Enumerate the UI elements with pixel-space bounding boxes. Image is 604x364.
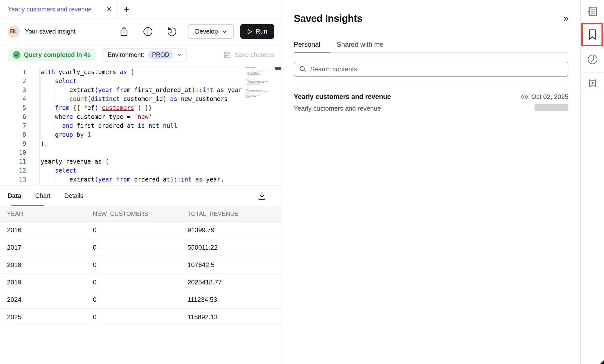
minimap-line: order by 1 (245, 97, 250, 98)
code-line[interactable]: extract(year from first_ordered_at)::int… (40, 86, 243, 94)
tab-yearly-customers[interactable]: Yearly customers and revenue ✕ (0, 0, 118, 19)
insights-tab-personal[interactable]: Personal (294, 41, 320, 52)
history-button[interactable] (166, 26, 178, 37)
insight-label: Your saved insight (25, 28, 75, 35)
code-lines[interactable]: with yearly_customers as ( select extrac… (40, 68, 243, 184)
line-number: 11 (0, 157, 26, 166)
saved-insights-panel: Saved Insights » PersonalShared with me … (282, 0, 580, 364)
active-tab-underline (11, 205, 44, 206)
toolbar-icon-group (118, 26, 178, 37)
table-cell: 2024 (0, 296, 93, 304)
minimap[interactable]: with yearly_customers as ( select extrac… (245, 67, 282, 185)
table-row[interactable]: 20180107642.5 (0, 256, 282, 274)
code-line[interactable]: and first_ordered_at is not null (40, 121, 243, 130)
line-number: 1 (0, 68, 26, 77)
environment-label: Environment: (108, 51, 144, 58)
bookmark-icon (588, 29, 597, 40)
editor-scrollbar-thumb[interactable] (275, 67, 281, 70)
save-changes-label: Save changes (235, 51, 274, 58)
table-row[interactable]: 20240111234.53 (0, 291, 282, 309)
clock-icon (587, 54, 598, 65)
insight-title: Yearly customers and revenue (294, 93, 391, 101)
right-icon-rail (580, 0, 604, 364)
table-row[interactable]: 2016091399.79 (0, 222, 282, 239)
line-number: 8 (0, 130, 26, 139)
share-button[interactable] (118, 26, 130, 37)
table-cell: 107642.5 (187, 261, 282, 269)
insight-list-item[interactable]: Yearly customers and revenue Yearly cust… (294, 93, 568, 112)
save-icon (223, 51, 231, 59)
line-number: 7 (0, 121, 26, 130)
code-line[interactable]: group by 1 (40, 130, 243, 139)
table-row[interactable]: 20170550011.22 (0, 239, 282, 256)
table-cell: 0 (93, 226, 187, 234)
code-line[interactable]: select (40, 77, 243, 86)
notebook-panel-button[interactable] (581, 6, 604, 17)
code-line[interactable]: yearly_revenue as ( (40, 157, 243, 166)
rail-divider (581, 22, 604, 22)
table-cell: 111234.53 (187, 296, 282, 304)
query-status-text: Query completed in 4s (24, 51, 91, 58)
search-box[interactable] (294, 62, 568, 77)
code-line[interactable]: from {{ ref('customers') }} (40, 103, 243, 112)
results-panel: DataChartDetails YEARNEW_CUSTOMERSTOTAL_… (0, 185, 282, 326)
collapse-panel-icon[interactable]: » (563, 14, 568, 23)
list-divider (294, 86, 568, 86)
download-button[interactable] (256, 190, 267, 201)
insight-subtitle: Yearly customers and revenue (294, 105, 391, 112)
environment-value-badge: PROD (148, 50, 173, 59)
results-tab-details[interactable]: Details (64, 192, 83, 199)
table-cell: 0 (93, 278, 187, 286)
table-body: 2016091399.7920170550011.2220180107642.5… (0, 222, 282, 326)
results-tab-chart[interactable]: Chart (35, 192, 50, 199)
code-line[interactable]: count(distinct customer_id) as new_custo… (40, 94, 243, 103)
code-line[interactable]: ), (40, 139, 243, 148)
history-rail-button[interactable] (581, 54, 604, 65)
sql-editor[interactable]: 12345678910111213 with yearly_customers … (0, 65, 282, 185)
column-header: YEAR (0, 210, 93, 217)
insight-meta: Oct 02, 2025 (521, 93, 568, 112)
column-header: TOTAL_REVENUE (187, 210, 282, 217)
develop-dropdown[interactable]: Develop (188, 24, 234, 39)
rail-divider (581, 49, 604, 49)
panel-title: Saved Insights (294, 13, 362, 24)
table-cell: 2017 (0, 244, 93, 251)
workspace-panel: Yearly customers and revenue ✕ + BL Your… (0, 0, 282, 364)
info-button[interactable] (142, 26, 154, 37)
code-line[interactable]: extract(year from ordered_at)::int as ye… (40, 175, 243, 184)
line-number: 2 (0, 77, 26, 86)
tab-divider (294, 52, 568, 53)
chevron-down-icon (222, 30, 227, 33)
environment-selector[interactable]: Environment: PROD (102, 48, 186, 61)
search-input[interactable] (310, 65, 563, 73)
run-button[interactable]: Run (240, 24, 274, 39)
chevron-down-icon (177, 53, 181, 56)
skeleton-placeholder (535, 104, 568, 111)
code-line[interactable]: where customer_type = 'new' (40, 112, 243, 121)
insights-list: Yearly customers and revenue Yearly cust… (294, 93, 568, 112)
dbt-rail-button[interactable] (581, 77, 604, 89)
insight-date-text: Oct 02, 2025 (531, 93, 568, 101)
line-number: 3 (0, 86, 26, 94)
results-tab-data[interactable]: Data (8, 192, 21, 199)
avatar: BL (8, 25, 20, 38)
table-cell: 0 (93, 313, 187, 321)
table-row[interactable]: 201902025418.77 (0, 274, 282, 291)
saved-insights-rail-button[interactable] (581, 23, 603, 46)
code-line[interactable]: with yearly_customers as ( (40, 68, 243, 77)
close-icon[interactable]: ✕ (106, 6, 112, 13)
insights-tab-shared-with-me[interactable]: Shared with me (337, 41, 384, 52)
new-tab-button[interactable]: + (118, 0, 135, 19)
table-row[interactable]: 20250115892.13 (0, 309, 282, 326)
table-cell: 2025418.77 (187, 278, 282, 286)
code-line[interactable]: select (40, 166, 243, 175)
code-line[interactable] (40, 148, 243, 157)
panel-header: Saved Insights » (294, 11, 568, 25)
corner-resize-mark (600, 360, 604, 364)
active-tab-underline (294, 52, 330, 53)
save-changes-button[interactable]: Save changes (223, 51, 274, 59)
line-number: 6 (0, 112, 26, 121)
insight-toolbar: BL Your saved insight (0, 19, 282, 44)
table-cell: 550011.22 (187, 244, 282, 251)
table-cell: 115892.13 (187, 313, 282, 321)
